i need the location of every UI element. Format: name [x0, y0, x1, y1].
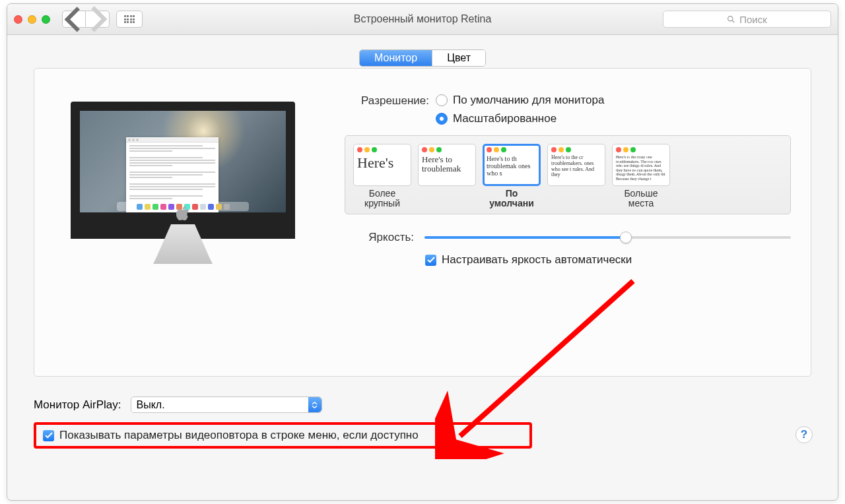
slider-knob[interactable]	[620, 232, 632, 243]
settings-panel: Разрешение: По умолчанию для монитора Ма…	[34, 68, 811, 377]
checkbox-icon	[425, 255, 436, 266]
tab-color[interactable]: Цвет	[432, 50, 485, 66]
checkbox-icon	[43, 430, 54, 441]
radio-scaled[interactable]: Масштабированное	[436, 112, 604, 125]
window-title: Встроенный монитор Retina	[354, 13, 492, 25]
preferences-window: Встроенный монитор Retina Поиск Монитор …	[7, 3, 838, 501]
forward-button[interactable]	[86, 11, 110, 28]
airplay-value: Выкл.	[137, 399, 165, 411]
scale-options-box: Here'sБолее крупныйHere's to troublemak …	[345, 135, 791, 214]
auto-brightness-checkbox[interactable]: Настраивать яркость автоматически	[425, 253, 791, 267]
back-button[interactable]	[62, 11, 86, 28]
display-illustration	[54, 94, 312, 356]
airplay-select[interactable]: Выкл.	[131, 396, 322, 413]
radio-icon	[436, 113, 448, 125]
scale-option-3[interactable]: Here's to the cr troublemakers. ones who…	[547, 144, 605, 210]
grid-icon	[124, 15, 135, 23]
scale-option-1[interactable]: Here's to troublemak	[418, 144, 476, 210]
svg-point-0	[728, 16, 733, 20]
resolution-row: Разрешение: По умолчанию для монитора Ма…	[343, 94, 791, 125]
settings-right-column: Разрешение: По умолчанию для монитора Ма…	[343, 94, 791, 356]
search-field[interactable]: Поиск	[663, 11, 831, 28]
airplay-label: Монитор AirPlay:	[34, 398, 121, 412]
content-area: Монитор Цвет	[7, 35, 838, 383]
radio-icon	[436, 94, 448, 106]
resolution-label: Разрешение:	[343, 94, 436, 108]
slider-fill	[424, 236, 626, 239]
help-button[interactable]: ?	[795, 426, 813, 443]
tab-monitor[interactable]: Монитор	[360, 50, 432, 66]
annotation-highlight-box: Показывать параметры видеоповтора в стро…	[34, 422, 532, 449]
search-icon	[727, 15, 735, 24]
radio-default-for-display[interactable]: По умолчанию для монитора	[436, 94, 604, 107]
brightness-row: Яркость:	[343, 230, 791, 244]
checkbox-label: Показывать параметры видеоповтора в стро…	[59, 429, 419, 442]
scale-option-label: Больше места	[624, 189, 658, 210]
scale-option-4[interactable]: Here's to the crazy one troublemakers. T…	[612, 144, 670, 210]
apple-logo-icon	[176, 206, 189, 225]
scale-option-0[interactable]: Here'sБолее крупный	[353, 144, 411, 210]
select-stepper-icon	[308, 397, 321, 412]
radio-label: Масштабированное	[453, 112, 557, 125]
scale-option-label: По умолчани	[489, 189, 534, 210]
radio-label: По умолчанию для монитора	[453, 94, 604, 107]
bottom-area: Монитор AirPlay: Выкл. Показывать параме…	[7, 383, 838, 449]
tab-bar: Монитор Цвет	[34, 49, 811, 67]
nav-buttons	[62, 11, 110, 28]
brightness-slider[interactable]	[424, 236, 791, 239]
show-all-button[interactable]	[116, 11, 143, 28]
titlebar: Встроенный монитор Retina Поиск	[7, 4, 838, 35]
svg-line-1	[732, 20, 734, 22]
zoom-window-button[interactable]	[42, 15, 50, 24]
airplay-row: Монитор AirPlay: Выкл.	[34, 396, 811, 413]
window-controls	[14, 15, 50, 24]
brightness-label: Яркость:	[343, 230, 421, 244]
scale-option-label: Более крупный	[364, 189, 400, 210]
show-mirroring-options-checkbox[interactable]: Показывать параметры видеоповтора в стро…	[43, 429, 419, 442]
search-placeholder: Поиск	[739, 14, 767, 25]
minimize-window-button[interactable]	[28, 15, 36, 24]
scale-option-2[interactable]: Here's to th troublemak ones who sПо умо…	[483, 144, 541, 210]
checkbox-label: Настраивать яркость автоматически	[442, 253, 632, 267]
close-window-button[interactable]	[14, 15, 22, 24]
